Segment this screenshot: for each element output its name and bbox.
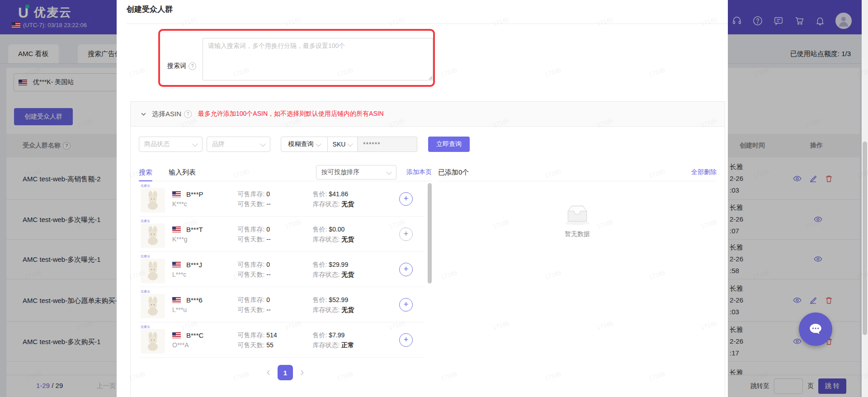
product-image: 优麦云 (141, 329, 165, 354)
image-watermark: 优麦云 (141, 289, 150, 294)
product-price-cell: 售价: $7.99 库存状态: 正常 (313, 330, 399, 350)
us-flag-icon (172, 262, 181, 268)
product-status-placeholder: 商品状态 (144, 140, 170, 148)
chat-fab-button[interactable] (799, 312, 832, 346)
search-term-label: 搜索词 ? (167, 47, 203, 85)
collapse-chevron-icon (141, 111, 146, 117)
modal-title: 创建受众人群 (127, 4, 173, 14)
product-stock-cell: 可售库存: 514 可售天数: 55 (238, 330, 313, 350)
us-flag-icon (172, 227, 181, 232)
asin-list-area: 搜索 输入列表 按可投放排序 添加本页 优麦云 (139, 164, 717, 380)
brand-select[interactable]: 品牌 (207, 137, 270, 152)
sku-field-select[interactable]: SKU (328, 137, 358, 152)
modal-title-divider (127, 24, 728, 24)
product-stock-cell: 可售库存: 0 可售天数: -- (238, 260, 313, 279)
product-list: 优麦云 B***P K***c 可售库存: 0 可售天数: -- (139, 181, 432, 359)
page-scrollbar-thumb[interactable] (863, 142, 867, 335)
tab-search[interactable]: 搜索 (139, 168, 152, 177)
product-row: 优麦云 B***6 L***u 可售库存: 0 可售天数: -- (139, 287, 425, 322)
product-id-cell: B***J L***c (172, 261, 238, 278)
keyword-input[interactable] (358, 137, 417, 152)
us-flag-icon (172, 297, 181, 303)
added-count-text: 已添加0个 (438, 168, 469, 177)
product-image: 优麦云 (141, 188, 165, 213)
results-tabs-row: 搜索 输入列表 按可投放排序 添加本页 (139, 164, 432, 181)
product-sku: K***c (172, 200, 238, 208)
chevron-down-icon (192, 141, 198, 147)
delete-all-link[interactable]: 全部删除 (691, 168, 717, 176)
product-price-cell: 售价: $52.99 库存状态: 无货 (313, 295, 399, 315)
product-id-cell: B***P K***c (172, 190, 238, 208)
list-pagination: 1 (139, 365, 432, 380)
add-product-button[interactable]: + (399, 298, 413, 312)
product-status-select[interactable]: 商品状态 (139, 137, 203, 152)
product-stock-cell: 可售库存: 0 可售天数: -- (238, 224, 313, 244)
add-page-link[interactable]: 添加本页 (406, 168, 432, 176)
product-stock-cell: 可售库存: 0 可售天数: -- (238, 189, 313, 209)
prev-page-icon[interactable] (265, 369, 272, 376)
product-row: 优麦云 B***P K***c 可售库存: 0 可售天数: -- (139, 181, 425, 217)
plush-rabbit-image (143, 261, 163, 281)
sort-select[interactable]: 按可投放排序 (316, 165, 396, 180)
search-term-textarea[interactable] (203, 38, 433, 80)
product-stock-cell: 可售库存: 0 可售天数: -- (238, 295, 313, 315)
plush-rabbit-image (143, 226, 163, 246)
product-asin: B***J (186, 261, 202, 269)
product-asin: B***6 (186, 296, 203, 304)
list-scrollbar-thumb[interactable] (428, 183, 432, 284)
search-results-column: 搜索 输入列表 按可投放排序 添加本页 优麦云 (139, 164, 432, 380)
product-row: 优麦云 B***T K***g 可售库存: 0 可售天数: -- (139, 217, 425, 252)
search-term-highlight-box: 搜索词 ? (158, 29, 435, 87)
empty-text: 暂无数据 (565, 230, 590, 238)
page-number-button[interactable]: 1 (278, 365, 293, 380)
product-price-cell: 售价: $41.86 库存状态: 无货 (313, 189, 399, 209)
keyword-search-group: 模糊查询 SKU (281, 137, 417, 152)
product-row: 优麦云 B***J L***c 可售库存: 0 可售天数: -- (139, 252, 425, 287)
product-asin: B***P (186, 190, 203, 198)
add-product-button[interactable]: + (399, 333, 413, 347)
product-sku: O***A (172, 341, 238, 349)
create-audience-modal: 创建受众人群 搜索词 ? 选择ASIN ? 最多允许添加100个ASIN，如不选… (117, 0, 728, 397)
product-price-cell: 售价: $29.99 库存状态: 无货 (313, 260, 399, 279)
added-asin-column: 已添加0个 全部删除 暂无数据 (438, 164, 717, 380)
us-flag-icon (172, 332, 181, 338)
add-product-button[interactable]: + (399, 192, 413, 206)
added-empty-state: 暂无数据 (438, 181, 717, 359)
image-watermark: 优麦云 (141, 219, 150, 223)
product-image: 优麦云 (141, 294, 165, 318)
tab-input-list[interactable]: 输入列表 (169, 168, 196, 177)
next-page-icon[interactable] (298, 369, 306, 376)
fuzzy-mode-select[interactable]: 模糊查询 (281, 137, 328, 152)
product-sku: L***c (172, 271, 238, 278)
select-asin-title: 选择ASIN (152, 110, 181, 118)
add-product-button[interactable]: + (399, 263, 413, 276)
product-id-cell: B***T K***g (172, 226, 238, 243)
image-watermark: 优麦云 (141, 184, 150, 188)
page-scrollbar[interactable] (862, 0, 868, 397)
brand-placeholder: 品牌 (212, 140, 225, 148)
image-watermark: 优麦云 (141, 325, 150, 329)
screen: U 优麦云 (UTC-7): 03/18 23:22:06 (0, 0, 868, 397)
filter-row: 商品状态 品牌 模糊查询 SKU 立即查询 (139, 137, 717, 152)
query-now-button[interactable]: 立即查询 (428, 137, 470, 152)
us-flag-icon (172, 191, 181, 197)
plush-rabbit-image (143, 296, 163, 316)
add-product-button[interactable]: + (399, 227, 413, 241)
help-circle-icon[interactable]: ? (184, 110, 192, 118)
chat-bubble-icon (808, 321, 823, 337)
product-id-cell: B***6 L***u (172, 296, 238, 313)
product-asin: B***C (186, 331, 203, 339)
product-image: 优麦云 (141, 259, 165, 283)
product-asin: B***T (186, 226, 203, 233)
select-asin-header[interactable]: 选择ASIN ? 最多允许添加100个ASIN，如不选择则默认使用店铺内的所有A… (131, 102, 725, 127)
help-circle-icon[interactable]: ? (189, 62, 196, 70)
chevron-down-icon (316, 141, 321, 147)
image-watermark: 优麦云 (141, 254, 150, 259)
empty-box-icon (562, 202, 592, 226)
product-sku: K***g (172, 236, 238, 243)
sort-select-value: 按可投放排序 (321, 168, 359, 176)
chevron-down-icon (348, 141, 354, 147)
plush-rabbit-image (143, 190, 163, 210)
product-price-cell: 售价: $0.00 库存状态: 无货 (313, 224, 399, 244)
chevron-down-icon (260, 141, 266, 147)
